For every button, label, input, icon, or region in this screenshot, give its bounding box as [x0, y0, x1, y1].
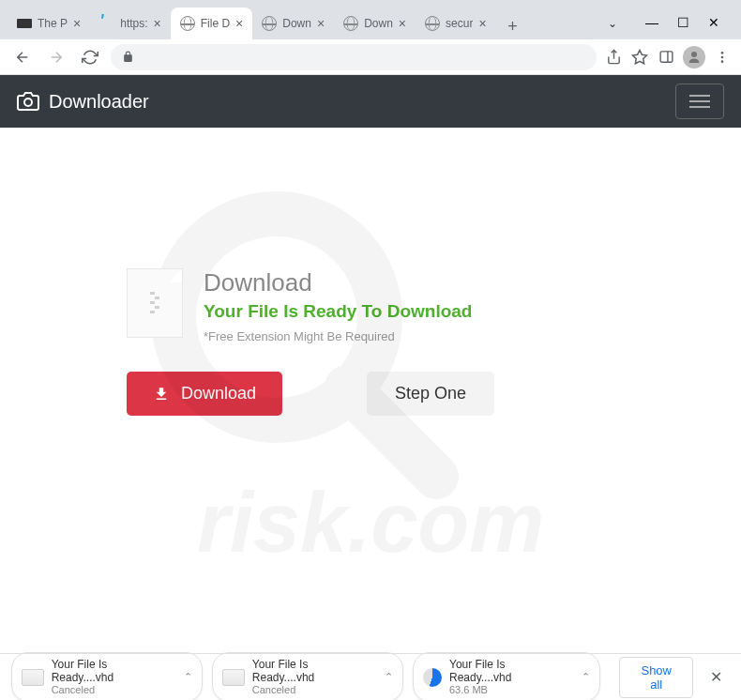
card-text: Download Your File Is Ready To Download …	[204, 268, 472, 343]
card-subheading: Your File Is Ready To Download	[204, 301, 472, 322]
show-all-button[interactable]: Show all	[619, 657, 693, 698]
card-info: Download Your File Is Ready To Download …	[127, 268, 614, 343]
new-tab-button[interactable]: +	[500, 13, 526, 39]
minimize-button[interactable]: —	[645, 15, 658, 30]
tab-title: https:	[120, 17, 147, 30]
download-button[interactable]: Download	[127, 372, 282, 416]
download-filename: Your File Is Ready....vhd	[52, 658, 171, 685]
address-bar	[0, 39, 741, 75]
file-zip-icon	[127, 268, 183, 338]
lock-icon	[122, 51, 134, 63]
download-status: 63.6 MB	[449, 684, 568, 696]
download-item[interactable]: Your File Is Ready....vhd Canceled ⌃	[212, 652, 403, 700]
svg-point-4	[721, 55, 724, 58]
browser-tab[interactable]: Down ×	[252, 8, 334, 39]
favicon-icon: '	[99, 16, 114, 31]
forward-button[interactable]	[43, 44, 69, 70]
close-icon[interactable]: ×	[399, 16, 406, 31]
download-card: Download Your File Is Ready To Download …	[127, 268, 614, 416]
card-actions: Download Step One	[127, 372, 614, 416]
svg-point-2	[691, 52, 697, 57]
maximize-button[interactable]: ☐	[677, 15, 689, 30]
card-note: *Free Extension Might Be Required	[204, 329, 472, 343]
tab-title: The P	[38, 17, 68, 30]
close-icon[interactable]: ×	[73, 16, 81, 31]
svg-text:risk.com: risk.com	[197, 476, 544, 570]
chevron-up-icon[interactable]: ⌃	[184, 671, 192, 683]
download-item[interactable]: Your File Is Ready....vhd Canceled ⌃	[11, 652, 203, 700]
svg-point-3	[721, 52, 724, 54]
brand-text: Downloader	[49, 91, 149, 113]
svg-point-5	[721, 60, 724, 63]
chevron-up-icon[interactable]: ⌃	[385, 671, 393, 683]
close-icon[interactable]: ×	[235, 16, 243, 31]
browser-tab[interactable]: The P ×	[8, 8, 90, 39]
svg-rect-0	[660, 52, 673, 62]
download-status: Canceled	[252, 684, 371, 696]
progress-spinner-icon	[423, 668, 442, 687]
back-button[interactable]	[9, 44, 36, 70]
browser-tab[interactable]: secur ×	[416, 8, 496, 39]
browser-tab-active[interactable]: File D ×	[171, 8, 253, 39]
tabs-container: The P × ' https: × File D × Down × Down …	[8, 8, 608, 39]
close-downloads-bar-button[interactable]: ✕	[703, 668, 730, 686]
chevron-up-icon[interactable]: ⌃	[582, 671, 590, 683]
bookmark-icon[interactable]	[630, 48, 649, 67]
brand[interactable]: Downloader	[17, 90, 149, 113]
hamburger-icon	[689, 95, 710, 108]
download-item[interactable]: Your File Is Ready....vhd 63.6 MB ⌃	[413, 652, 600, 700]
card-heading: Download	[204, 268, 472, 297]
tab-title: Down	[282, 17, 311, 30]
globe-icon	[425, 16, 440, 31]
url-bar[interactable]	[111, 44, 597, 70]
download-button-label: Download	[181, 384, 256, 403]
downloads-bar: Your File Is Ready....vhd Canceled ⌃ You…	[0, 653, 741, 700]
hamburger-menu-button[interactable]	[675, 84, 724, 119]
favicon-icon	[17, 19, 32, 28]
svg-point-6	[24, 99, 32, 106]
camera-icon	[17, 90, 39, 113]
tab-title: Down	[364, 17, 393, 30]
window-controls: — ☐ ✕	[631, 15, 733, 39]
reload-button[interactable]	[77, 44, 103, 70]
browser-titlebar: The P × ' https: × File D × Down × Down …	[0, 0, 741, 39]
tab-title: secur	[446, 17, 473, 30]
close-icon[interactable]: ×	[154, 16, 161, 31]
page-header: Downloader	[0, 75, 741, 128]
download-status: Canceled	[52, 684, 171, 696]
step-one-button[interactable]: Step One	[367, 372, 494, 416]
close-window-button[interactable]: ✕	[708, 15, 719, 30]
download-filename: Your File Is Ready....vhd	[449, 658, 568, 685]
globe-icon	[343, 16, 358, 31]
browser-tab[interactable]: Down ×	[334, 8, 416, 39]
tabs-dropdown-icon[interactable]: ⌄	[608, 17, 617, 39]
close-icon[interactable]: ×	[317, 16, 325, 31]
browser-tab[interactable]: ' https: ×	[90, 8, 171, 39]
globe-icon	[262, 16, 277, 31]
download-filename: Your File Is Ready....vhd	[252, 658, 371, 685]
disk-icon	[222, 669, 245, 686]
sidepanel-icon[interactable]	[657, 48, 675, 67]
globe-icon	[180, 16, 195, 31]
download-icon	[153, 386, 170, 403]
share-icon[interactable]	[604, 48, 623, 67]
menu-icon[interactable]	[713, 48, 732, 67]
tab-title: File D	[201, 17, 230, 30]
close-icon[interactable]: ×	[478, 16, 486, 31]
profile-avatar[interactable]	[683, 46, 705, 68]
disk-icon	[22, 669, 44, 686]
page-content: risk.com Download Your File Is Ready To …	[0, 128, 741, 623]
